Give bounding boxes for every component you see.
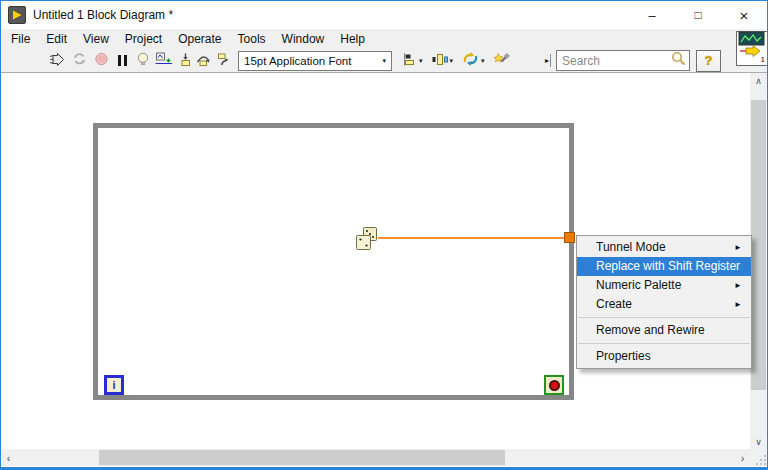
search-icon <box>671 51 686 70</box>
distribute-objects-button[interactable]: ▾ <box>432 51 454 71</box>
menu-item-tunnel-mode[interactable]: Tunnel Mode ► <box>577 238 751 257</box>
titlebar: Untitled 1 Block Diagram * – □ × <box>1 1 767 29</box>
vertical-scroll-thumb[interactable] <box>751 100 766 390</box>
stop-if-true-icon <box>549 380 560 391</box>
menu-item-create[interactable]: Create ► <box>577 295 751 314</box>
menu-separator <box>578 317 750 318</box>
resize-grip[interactable] <box>750 449 767 466</box>
vi-icon-button[interactable]: 1 <box>736 31 768 66</box>
menu-view[interactable]: View <box>75 29 117 49</box>
menu-operate[interactable]: Operate <box>170 29 229 49</box>
menu-window[interactable]: Window <box>274 29 333 49</box>
step-over-button[interactable] <box>196 51 210 71</box>
while-loop-structure[interactable] <box>93 123 574 400</box>
search-box <box>556 50 690 71</box>
vertical-scrollbar[interactable]: ∧ ∨ <box>750 73 767 449</box>
reorder-button[interactable] <box>492 51 510 71</box>
abort-icon <box>94 52 109 70</box>
menu-item-numeric-palette[interactable]: Numeric Palette ► <box>577 276 751 295</box>
context-menu: Tunnel Mode ► Replace with Shift Registe… <box>576 235 752 369</box>
iteration-terminal-label: i <box>112 379 115 391</box>
horizontal-scroll-thumb[interactable] <box>99 450 505 465</box>
menu-item-replace-with-shift-register[interactable]: Replace with Shift Register <box>577 257 751 276</box>
menu-file[interactable]: File <box>3 29 38 49</box>
submenu-arrow-icon: ► <box>734 238 742 257</box>
menu-project[interactable]: Project <box>117 29 170 49</box>
font-selector-value: 15pt Application Font <box>244 55 351 67</box>
chevron-down-icon: ▾ <box>481 57 485 65</box>
iteration-terminal[interactable]: i <box>104 375 124 395</box>
menu-item-properties[interactable]: Properties <box>577 347 751 366</box>
step-over-icon <box>196 52 210 70</box>
pause-icon <box>118 55 127 66</box>
step-into-icon <box>178 52 191 70</box>
retain-wire-values-button[interactable] <box>155 51 173 71</box>
close-button[interactable]: × <box>721 1 767 29</box>
loop-condition-terminal[interactable] <box>544 375 564 395</box>
highlight-execution-button[interactable] <box>136 51 150 71</box>
scroll-down-icon[interactable]: ∨ <box>750 434 767 449</box>
context-help-button[interactable]: ? <box>696 50 721 72</box>
horizontal-scrollbar[interactable]: ‹ › <box>1 449 750 466</box>
maximize-button[interactable]: □ <box>675 1 721 29</box>
resize-objects-icon <box>462 52 479 70</box>
chevron-down-icon: ▾ <box>450 57 454 65</box>
window-controls: – □ × <box>629 1 767 29</box>
step-into-button[interactable] <box>178 51 191 71</box>
menu-item-remove-and-rewire[interactable]: Remove and Rewire <box>577 321 751 340</box>
distribute-objects-icon <box>432 52 448 70</box>
lightbulb-icon <box>136 52 150 70</box>
submenu-arrow-icon: ► <box>734 276 742 295</box>
menu-separator <box>578 343 750 344</box>
submenu-arrow-icon: ► <box>734 295 742 314</box>
resize-grip-icon <box>755 454 767 466</box>
run-continuously-button[interactable] <box>72 51 87 71</box>
step-out-button[interactable] <box>215 51 229 71</box>
dice-icon <box>356 227 379 250</box>
toolbar: 15pt Application Font ▾ ▾ ▾ <box>1 49 767 73</box>
labview-app-icon <box>8 6 26 24</box>
toolbar-overflow-control[interactable]: ▸ <box>545 54 551 67</box>
scroll-up-icon[interactable]: ∧ <box>750 73 767 88</box>
chevron-down-icon: ▾ <box>419 57 423 65</box>
menu-help[interactable]: Help <box>332 29 373 49</box>
align-objects-button[interactable]: ▾ <box>401 51 423 71</box>
run-continuously-icon <box>72 52 87 70</box>
random-number-function[interactable] <box>356 227 379 250</box>
scroll-left-icon[interactable]: ‹ <box>1 449 16 466</box>
run-button[interactable] <box>49 51 65 71</box>
scroll-right-icon[interactable]: › <box>735 449 750 466</box>
align-objects-icon <box>401 52 417 70</box>
menu-tools[interactable]: Tools <box>230 29 274 49</box>
font-selector[interactable]: 15pt Application Font ▾ <box>238 51 392 71</box>
window-title: Untitled 1 Block Diagram * <box>33 8 629 22</box>
pause-button[interactable] <box>118 51 127 71</box>
help-question-icon: ? <box>705 53 713 68</box>
loop-tunnel[interactable] <box>564 232 575 243</box>
search-input[interactable] <box>560 53 671 69</box>
reorder-brush-icon <box>492 52 510 70</box>
overflow-chevron-icon: ▸ <box>545 56 549 65</box>
labview-block-diagram-window: Untitled 1 Block Diagram * – □ × File Ed… <box>0 0 768 470</box>
resize-objects-button[interactable]: ▾ <box>462 51 485 71</box>
menubar: File Edit View Project Operate Tools Win… <box>1 29 767 49</box>
orange-dbl-wire[interactable] <box>378 237 566 239</box>
menu-edit[interactable]: Edit <box>38 29 75 49</box>
probe-icon <box>155 52 173 70</box>
vi-number-label: 1 <box>761 55 765 64</box>
run-icon <box>49 52 65 70</box>
abort-button[interactable] <box>94 51 109 71</box>
step-out-icon <box>215 52 229 70</box>
minimize-button[interactable]: – <box>629 1 675 29</box>
chevron-down-icon: ▾ <box>382 57 386 65</box>
